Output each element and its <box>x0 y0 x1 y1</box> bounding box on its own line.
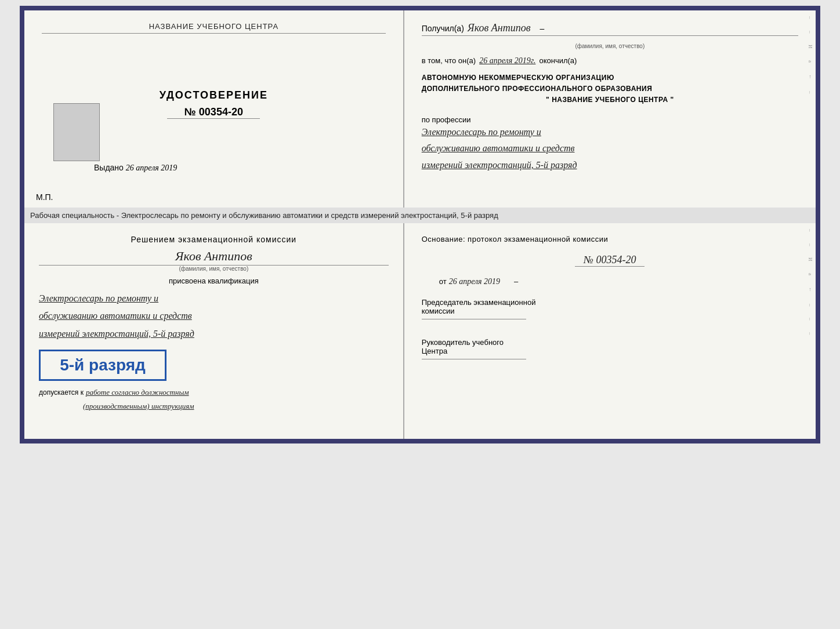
profession-block: по профессии Электрослесарь по ремонту и… <box>422 115 798 174</box>
org-block: АВТОНОМНУЮ НЕКОММЕРЧЕСКУЮ ОРГАНИЗАЦИЮ ДО… <box>422 72 798 106</box>
left-page: НАЗВАНИЕ УЧЕБНОГО ЦЕНТРА УДОСТОВЕРЕНИЕ №… <box>24 10 404 208</box>
fio-subtitle-top: (фамилия, имя, отчество) <box>422 43 798 49</box>
bottom-right-page: Основание: протокол экзаменационной коми… <box>404 223 816 439</box>
allowed-text: работе согласно должностным <box>86 388 189 397</box>
issued-line: Выдано 26 апреля 2019 <box>42 163 386 179</box>
mp-line: М.П. <box>36 192 53 202</box>
chairman-title: Председатель экзаменационной <box>422 298 798 307</box>
bottom-name: Яков Антипов <box>39 249 389 266</box>
decision-line: Решением экзаменационной комиссии <box>39 235 389 244</box>
bottom-name-block: Яков Антипов (фамилия, имя, отчество) <box>39 249 389 272</box>
basis-line: Основание: протокол экзаменационной коми… <box>422 235 798 243</box>
chairman-block: Председатель экзаменационной комиссии <box>422 298 798 323</box>
side-decoration-bottom: – – И а ← – – – <box>805 223 816 439</box>
confirms-row: в том, что он(а) 26 апреля 2019г. окончи… <box>422 56 798 66</box>
fio-subtitle-bottom: (фамилия, имя, отчество) <box>39 266 389 272</box>
bottom-document: Решением экзаменационной комиссии Яков А… <box>20 223 820 443</box>
cert-number: № 00354-20 <box>167 106 260 119</box>
received-name: Яков Антипов <box>468 22 531 34</box>
confirms-date: 26 апреля 2019г. <box>479 56 535 66</box>
document-container: НАЗВАНИЕ УЧЕБНОГО ЦЕНТРА УДОСТОВЕРЕНИЕ №… <box>20 6 820 443</box>
right-page: Получил(а) Яков Антипов – (фамилия, имя,… <box>404 10 816 208</box>
director-block: Руководитель учебного Центра <box>422 338 798 363</box>
director-signature-line <box>422 359 526 359</box>
profession-value: Электрослесарь по ремонту и обслуживанию… <box>422 124 798 174</box>
chairman-signature-line <box>422 319 526 319</box>
received-row: Получил(а) Яков Антипов – <box>422 22 798 36</box>
director-title2: Центра <box>422 347 798 355</box>
received-label: Получил(а) <box>422 24 464 33</box>
from-line: от 26 апреля 2019 – <box>422 277 798 286</box>
chairman-title2: комиссии <box>422 307 798 315</box>
allowed-line: допускается к работе согласно должностны… <box>39 388 389 397</box>
qualification-value: Электрослесарь по ремонту и обслуживанию… <box>39 290 389 343</box>
protocol-number-block: № 00354-20 <box>422 252 798 269</box>
side-decoration-top: – – И а ← – <box>805 10 816 208</box>
bottom-left-page: Решением экзаменационной комиссии Яков А… <box>24 223 404 439</box>
photo-placeholder <box>53 103 100 161</box>
rank-badge: 5-й разряд <box>39 350 166 381</box>
protocol-number: № 00354-20 <box>575 254 645 267</box>
cert-title: УДОСТОВЕРЕНИЕ <box>160 89 268 101</box>
separator-text: Рабочая специальность - Электрослесарь п… <box>20 208 820 223</box>
school-name-header: НАЗВАНИЕ УЧЕБНОГО ЦЕНТРА <box>42 22 386 34</box>
director-title: Руководитель учебного <box>422 338 798 347</box>
qualification-label: присвоена квалификация <box>39 277 389 285</box>
from-date: 26 апреля 2019 <box>449 277 500 286</box>
top-document: НАЗВАНИЕ УЧЕБНОГО ЦЕНТРА УДОСТОВЕРЕНИЕ №… <box>20 6 820 208</box>
allowed-text2: (производственным) инструкциям <box>83 402 389 411</box>
